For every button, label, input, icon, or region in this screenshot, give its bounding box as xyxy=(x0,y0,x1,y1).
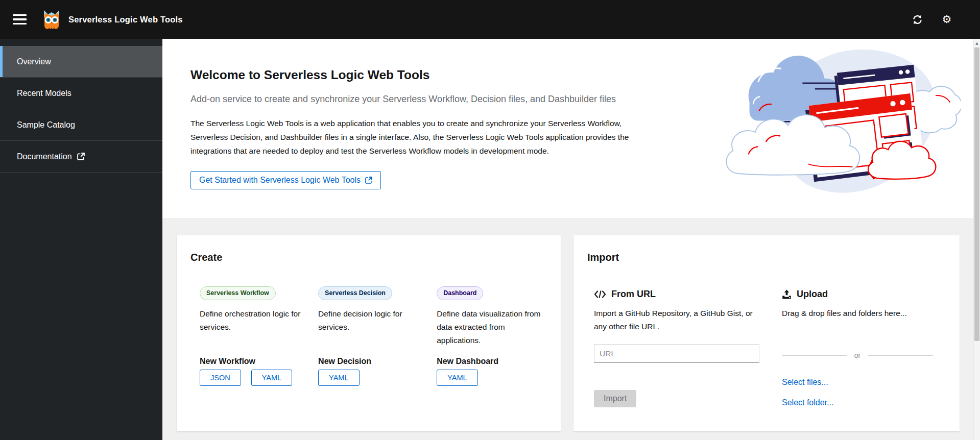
masthead: Serverless Logic Web Tools ⚙ xyxy=(0,0,980,39)
page-title: Welcome to Serverless Logic Web Tools xyxy=(190,67,980,83)
external-link-icon xyxy=(365,177,372,184)
upload-description: Drag & drop files and folders here... xyxy=(782,307,935,320)
new-workflow-json-button[interactable]: JSON xyxy=(200,370,241,386)
get-started-button[interactable]: Get Started with Serverless Logic Web To… xyxy=(190,171,381,189)
scrollbar-up-arrow-icon[interactable]: ▲ xyxy=(974,39,980,45)
hamburger-menu-icon[interactable] xyxy=(13,14,27,25)
create-card-title: Create xyxy=(177,235,561,264)
workflow-description: Define orchestration logic for services. xyxy=(200,307,302,347)
welcome-section: Welcome to Serverless Logic Web Tools Ad… xyxy=(162,39,980,218)
decision-description: Define decision logic for services. xyxy=(318,307,420,347)
app-title: Serverless Logic Web Tools xyxy=(68,15,183,25)
sidebar-item-documentation[interactable]: Documentation xyxy=(0,141,162,173)
serverless-decision-badge: Serverless Decision xyxy=(318,286,392,300)
new-decision-yaml-button[interactable]: YAML xyxy=(318,370,359,386)
new-dashboard-yaml-button[interactable]: YAML xyxy=(437,370,477,386)
new-dashboard-heading: New Dashboard xyxy=(437,356,544,366)
sidebar-item-label: Sample Catalog xyxy=(17,120,75,130)
new-workflow-heading: New Workflow xyxy=(200,356,302,366)
sidebar-item-recent-models[interactable]: Recent Models xyxy=(0,78,162,109)
external-link-icon xyxy=(77,153,85,160)
select-files-link[interactable]: Select files... xyxy=(782,378,935,387)
new-decision-heading: New Decision xyxy=(318,356,420,366)
vertical-scrollbar[interactable]: ▲ xyxy=(973,39,980,440)
or-label: or xyxy=(854,351,861,359)
url-input[interactable] xyxy=(594,344,759,363)
get-started-label: Get Started with Serverless Logic Web To… xyxy=(199,176,361,185)
from-url-heading: From URL xyxy=(611,288,656,300)
sidebar-item-label: Overview xyxy=(17,57,51,66)
create-column-dashboard: Dashboard Define data visualization from… xyxy=(437,286,544,386)
brand: Serverless Logic Web Tools xyxy=(41,8,183,31)
or-divider: or xyxy=(782,351,933,359)
gear-icon[interactable]: ⚙ xyxy=(940,13,953,26)
create-card: Create Serverless Workflow Define orches… xyxy=(177,235,561,431)
sidebar-item-overview[interactable]: Overview xyxy=(0,46,162,78)
dashboard-badge: Dashboard xyxy=(437,286,483,300)
sync-icon[interactable] xyxy=(911,13,924,26)
welcome-description: The Serverless Logic Web Tools is a web … xyxy=(190,116,650,158)
sidebar-item-sample-catalog[interactable]: Sample Catalog xyxy=(0,109,162,141)
sidebar-item-label: Documentation xyxy=(17,152,72,161)
scrollbar-thumb[interactable] xyxy=(974,47,979,341)
import-card: Import From URL Import a GitHub Reposito… xyxy=(573,235,960,431)
new-workflow-yaml-button[interactable]: YAML xyxy=(251,370,292,386)
upload-icon xyxy=(782,289,792,299)
import-button[interactable]: Import xyxy=(594,390,636,407)
import-from-url-section: From URL Import a GitHub Repository, a G… xyxy=(594,288,763,407)
sidebar-item-label: Recent Models xyxy=(17,89,71,98)
main-content: Welcome to Serverless Logic Web Tools Ad… xyxy=(162,39,980,440)
sidebar-nav: Overview Recent Models Sample Catalog Do… xyxy=(0,39,162,440)
create-column-decision: Serverless Decision Define decision logi… xyxy=(318,286,420,386)
cards-band: Create Serverless Workflow Define orches… xyxy=(162,218,980,440)
upload-section: Upload Drag & drop files and folders her… xyxy=(782,288,935,407)
code-icon xyxy=(594,290,606,299)
dashboard-description: Define data visualization from data extr… xyxy=(437,307,544,347)
upload-heading: Upload xyxy=(797,288,828,300)
create-column-workflow: Serverless Workflow Define orchestration… xyxy=(200,286,302,386)
serverless-workflow-badge: Serverless Workflow xyxy=(200,286,276,300)
select-folder-link[interactable]: Select folder... xyxy=(782,398,935,407)
page-subtitle: Add-on service to create and synchronize… xyxy=(190,93,980,105)
owl-logo-icon xyxy=(41,8,62,31)
import-card-title: Import xyxy=(573,235,960,264)
from-url-description: Import a GitHub Repository, a GitHub Gis… xyxy=(594,307,763,333)
